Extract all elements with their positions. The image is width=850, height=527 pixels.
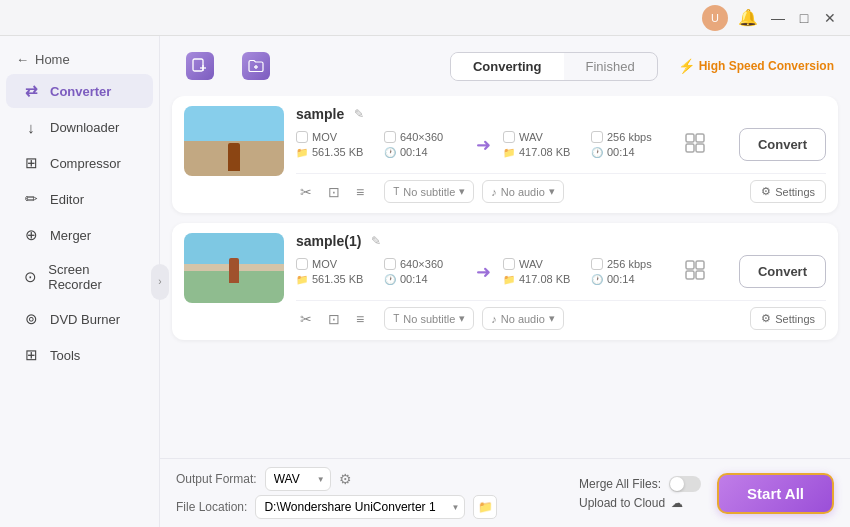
files-area: sample ✎ MOV 📁 561.3 [160,96,850,458]
tab-group: Converting Finished [450,52,658,81]
size-to-2: 417.08 KB [519,273,570,285]
folder-icon-1: 📁 [296,147,308,158]
svg-rect-8 [696,144,704,152]
sidebar-item-converter[interactable]: ⇄ Converter [6,74,153,108]
file-meta-to-1: WAV 📁 417.08 KB [503,131,583,158]
scissors-icon-2[interactable]: ✂ [296,309,316,329]
file-controls-2: ✂ ⊡ ≡ T No subtitle ▾ ♪ No audio [296,300,826,330]
notification-icon[interactable]: 🔔 [734,4,762,32]
audio-label-2: No audio [501,313,545,325]
format-to-1: WAV [519,131,543,143]
tab-converting[interactable]: Converting [451,53,564,80]
sidebar-item-editor[interactable]: ✏ Editor [6,182,153,216]
output-format-select[interactable]: WAV MP3 MP4 MOV AVI [265,467,331,491]
list-icon-1[interactable]: ≡ [352,182,368,202]
bottom-middle: Merge All Files: Upload to Cloud ☁ [579,476,701,510]
time-icon-1b: 🕐 [591,147,603,158]
resolution-1: 640×360 [400,131,443,143]
format-from-1: MOV [312,131,337,143]
screen-recorder-icon: ⊙ [22,268,38,286]
checkbox-format-2[interactable] [296,258,308,270]
bottom-left: Output Format: WAV MP3 MP4 MOV AVI ⚙ Fil… [176,467,563,519]
sidebar-item-downloader[interactable]: ↓ Downloader [6,110,153,144]
sidebar-back-button[interactable]: ← Home [0,46,159,73]
size-from-2: 561.35 KB [312,273,363,285]
speed-badge: ⚡ High Speed Conversion [678,58,834,74]
start-all-button[interactable]: Start All [717,473,834,514]
duration-to-2: 00:14 [607,273,635,285]
add-folder-button[interactable] [232,46,280,86]
location-select[interactable]: D:\Wondershare UniConverter 1 [255,495,465,519]
sidebar-item-compressor[interactable]: ⊞ Compressor [6,146,153,180]
upload-section[interactable]: Upload to Cloud ☁ [579,496,701,510]
audio-select-1[interactable]: ♪ No audio ▾ [482,180,564,203]
sidebar-item-dvd-burner[interactable]: ⊚ DVD Burner [6,302,153,336]
add-files-icon [186,52,214,80]
user-avatar[interactable]: U [702,5,728,31]
subtitle-select-2[interactable]: T No subtitle ▾ [384,307,474,330]
checkbox-wav-2[interactable] [503,258,515,270]
sidebar-item-screen-recorder[interactable]: ⊙ Screen Recorder [6,254,153,300]
folder-icon-2b: 📁 [503,274,515,285]
file-thumbnail-1 [184,106,284,176]
file-meta-res-2: 640×360 🕐 00:14 [384,258,464,285]
crop-icon-2[interactable]: ⊡ [324,309,344,329]
svg-rect-11 [686,271,694,279]
maximize-button[interactable]: □ [794,8,814,28]
bitrate-2: 256 kbps [607,258,652,270]
app-body: ← Home ⇄ Converter ↓ Downloader ⊞ Compre… [0,36,850,527]
checkbox-res-2[interactable] [384,258,396,270]
file-meta-bitrate-1: 256 kbps 🕐 00:14 [591,131,671,158]
convert-button-2[interactable]: Convert [739,255,826,288]
duration-from-1: 00:14 [400,146,428,158]
settings-button-1[interactable]: ⚙ Settings [750,180,826,203]
format-to-2: WAV [519,258,543,270]
gear-icon-2: ⚙ [761,312,771,325]
file-controls-1: ✂ ⊡ ≡ T No subtitle ▾ ♪ No audio [296,173,826,203]
scissors-icon-1[interactable]: ✂ [296,182,316,202]
checkbox-res-1[interactable] [384,131,396,143]
browse-folder-button[interactable]: 📁 [473,495,497,519]
merge-toggle[interactable] [669,476,701,492]
file-card: sample ✎ MOV 📁 561.3 [172,96,838,213]
subtitle-label-1: No subtitle [403,186,455,198]
file-meta-bitrate-2: 256 kbps 🕐 00:14 [591,258,671,285]
checkbox-bitrate-1[interactable] [591,131,603,143]
folder-browse-icon: 📁 [478,500,493,514]
duration-from-2: 00:14 [400,273,428,285]
gear-icon-1: ⚙ [761,185,771,198]
convert-button-1[interactable]: Convert [739,128,826,161]
minimize-button[interactable]: — [768,8,788,28]
checkbox-wav-1[interactable] [503,131,515,143]
checkbox-bitrate-2[interactable] [591,258,603,270]
settings-button-2[interactable]: ⚙ Settings [750,307,826,330]
size-from-1: 561.35 KB [312,146,363,158]
resolution-2: 640×360 [400,258,443,270]
arrow-right-icon-2: ➜ [476,261,491,283]
edit-icon-1[interactable]: ✎ [354,107,364,121]
checkbox-format-1[interactable] [296,131,308,143]
format-settings-icon[interactable]: ⚙ [339,471,352,487]
close-button[interactable]: ✕ [820,8,840,28]
cloud-icon: ☁ [671,496,683,510]
subtitle-select-1[interactable]: T No subtitle ▾ [384,180,474,203]
audio-note-icon-2: ♪ [491,313,497,325]
sidebar-collapse-button[interactable]: › [151,264,169,300]
sidebar-label-tools: Tools [50,348,80,363]
audio-select-2[interactable]: ♪ No audio ▾ [482,307,564,330]
list-icon-2[interactable]: ≡ [352,309,368,329]
tab-finished[interactable]: Finished [564,53,657,80]
sidebar-item-merger[interactable]: ⊕ Merger [6,218,153,252]
sidebar-label-merger: Merger [50,228,91,243]
back-arrow-icon: ← [16,52,29,67]
add-files-button[interactable] [176,46,224,86]
crop-icon-1[interactable]: ⊡ [324,182,344,202]
settings-label-2: Settings [775,313,815,325]
file-name-2: sample(1) [296,233,361,249]
size-to-1: 417.08 KB [519,146,570,158]
sidebar-item-tools[interactable]: ⊞ Tools [6,338,153,372]
edit-icon-2[interactable]: ✎ [371,234,381,248]
downloader-icon: ↓ [22,118,40,136]
sidebar-label-dvd-burner: DVD Burner [50,312,120,327]
sidebar-label-converter: Converter [50,84,111,99]
